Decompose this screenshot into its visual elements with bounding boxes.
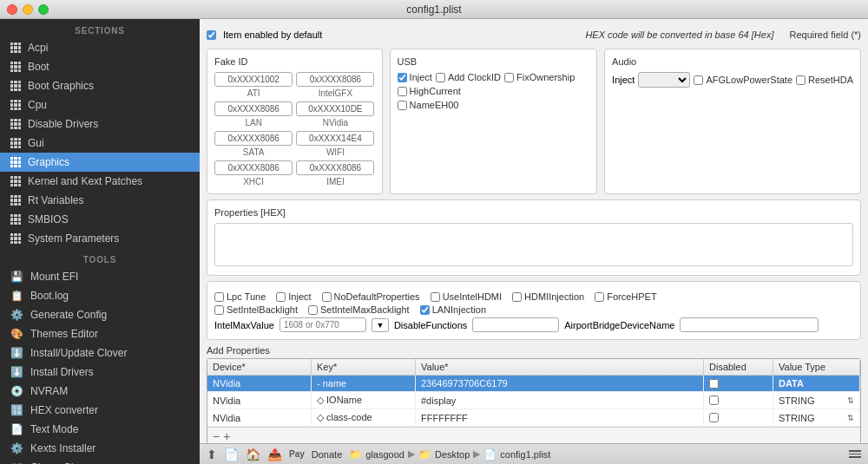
table-row[interactable]: NVidia ◇ class-code FFFFFFFF STRING ⇅ [207,409,860,427]
usb-fix-ownership-label: FixOwnership [516,72,575,82]
sidebar-label: Mount EFI [30,271,78,283]
cell-device: NVidia [207,392,312,408]
sidebar-item-cpu[interactable]: Cpu [0,95,200,114]
use-intel-hdmi-checkbox[interactable] [431,292,440,302]
item-enabled-checkbox[interactable] [207,30,216,40]
table-row[interactable]: NVidia ◇ IOName #display STRING ⇅ [207,392,860,409]
sidebar-item-graphics[interactable]: Graphics [0,153,200,172]
audio-inject-select[interactable] [638,72,690,88]
imei-input[interactable] [296,160,374,175]
sidebar-item-smbios[interactable]: SMBIOS [0,210,200,229]
sidebar-item-kernel-kext[interactable]: Kernel and Kext Patches [0,172,200,191]
field-imei: IMEI [296,160,374,186]
disable-functions-input[interactable] [472,317,559,332]
sidebar-item-bootlog[interactable]: 📋 Boot.log [0,286,200,305]
no-default-props-item: NoDefaultProperties [322,291,420,302]
sidebar-label: Acpi [28,42,48,54]
wifi-input[interactable] [296,131,374,146]
table-row[interactable]: NVidia - name 23646973706C6179 DATA [207,376,860,392]
usb-add-clockid-label: Add ClockID [448,72,501,82]
add-row-button[interactable]: − [213,430,220,442]
no-default-props-checkbox[interactable] [322,292,332,302]
menu-lines-icon[interactable] [849,450,861,458]
sidebar-label: Boot [28,61,49,73]
usb-add-clockid-checkbox[interactable] [436,73,445,82]
statusbar-icon-4[interactable]: 📤 [267,448,282,461]
intel-max-value-input[interactable] [279,317,366,332]
set-intel-max-backlight-checkbox[interactable] [308,305,318,315]
audio-panel: Audio Inject AFGLowPowerState ResetHDA [604,49,861,194]
afg-low-power-checkbox[interactable] [694,75,703,85]
usb-fix-ownership-checkbox[interactable] [504,73,514,82]
lan-injection-label: LANInjection [432,304,486,315]
xhci-input[interactable] [214,160,293,175]
sidebar-item-nvram[interactable]: 💿 NVRAM [0,382,200,401]
sidebar-item-gui[interactable]: Gui [0,134,200,153]
cell-disabled [704,376,773,391]
lan-injection-item: LANInjection [420,304,486,315]
statusbar-icon-3[interactable]: 🏠 [246,448,260,461]
sidebar-item-text-mode[interactable]: 📄 Text Mode [0,420,200,439]
airport-bridge-input[interactable] [680,317,819,332]
intel-dropdown-btn[interactable]: ▼ [372,318,389,332]
donate-label[interactable]: Donate [312,449,342,460]
usb-high-current-checkbox[interactable] [398,87,407,96]
cell-value: #display [416,392,704,408]
grid-icon [10,100,21,110]
hex-textarea[interactable] [214,223,853,266]
intelgfx-input[interactable] [296,72,374,87]
usb-inject-checkbox[interactable] [398,73,407,82]
checkboxes-panel: Lpc Tune Inject NoDefaultProperties UseI… [207,281,861,340]
close-button[interactable] [7,4,17,15]
lan-input[interactable] [214,101,293,116]
lpc-tune-label: Lpc Tune [227,291,266,302]
inject-checkbox[interactable] [276,292,286,302]
usb-name-eh00-checkbox[interactable] [398,101,407,110]
reset-hda-checkbox[interactable] [796,75,806,85]
maximize-button[interactable] [38,4,49,15]
sidebar-item-boot-graphics[interactable]: Boot Graphics [0,76,200,95]
sidebar-item-generate-config[interactable]: ⚙️ Generate Config [0,305,200,324]
sidebar-item-install-update-clover[interactable]: ⬇️ Install/Update Clover [0,343,200,363]
nvidia-input[interactable] [296,101,374,116]
grid-icon [10,62,21,72]
minimize-button[interactable] [23,4,33,15]
sidebar-item-clover-cloner[interactable]: 📁 Clover Cloner [0,458,200,464]
cell-value: FFFFFFFF [416,409,704,426]
remove-row-button[interactable]: + [223,430,230,442]
sata-input[interactable] [214,131,293,146]
statusbar-icons: ⬆ 📄 🏠 📤 Pay Donate [207,448,342,461]
cell-key: ◇ class-code [312,409,416,426]
sidebar-item-acpi[interactable]: Acpi [0,38,200,57]
sidebar-item-kexts-installer[interactable]: ⚙️ Kexts Installer [0,439,200,458]
col-value: Value* [416,359,704,375]
sidebar-item-hex-converter[interactable]: 🔢 HEX converter [0,401,200,420]
afg-low-power-item: AFGLowPowerState [694,75,792,85]
sidebar-label: Generate Config [30,309,107,321]
lpc-tune-checkbox[interactable] [214,292,224,302]
hdmi-injection-checkbox[interactable] [512,292,522,302]
content-area: Item enabled by default HEX code will be… [200,19,868,464]
reset-hda-label: ResetHDA [808,75,853,85]
force-hpet-checkbox[interactable] [595,292,604,302]
ati-input[interactable] [214,72,293,87]
set-intel-backlight-checkbox[interactable] [214,305,224,315]
field-intelgfx: IntelGFX [296,72,374,98]
sidebar-item-themes-editor[interactable]: 🎨 Themes Editor [0,324,200,343]
sidebar-item-mount-efi[interactable]: 💾 Mount EFI [0,267,200,286]
sidebar-item-boot[interactable]: Boot [0,57,200,76]
statusbar-icon-1[interactable]: ⬆ [207,448,217,461]
fake-id-panel: Fake ID ATI IntelGFX LAN [207,49,383,194]
sidebar-label: SMBIOS [28,213,69,225]
lan-injection-checkbox[interactable] [420,305,430,315]
sidebar-item-system-params[interactable]: System Parameters [0,229,200,248]
sidebar-item-install-drivers[interactable]: ⬇️ Install Drivers [0,363,200,382]
sidebar-label: Boot Graphics [28,80,94,92]
sections-header: SECTIONS [0,19,200,38]
sata-label: SATA [243,147,265,157]
sidebar-label: Gui [28,137,44,149]
statusbar-icon-2[interactable]: 📄 [224,448,239,461]
sidebar-item-disable-drivers[interactable]: Disable Drivers [0,114,200,134]
sidebar-item-rt-variables[interactable]: Rt Variables [0,191,200,210]
imei-label: IMEI [326,177,345,186]
